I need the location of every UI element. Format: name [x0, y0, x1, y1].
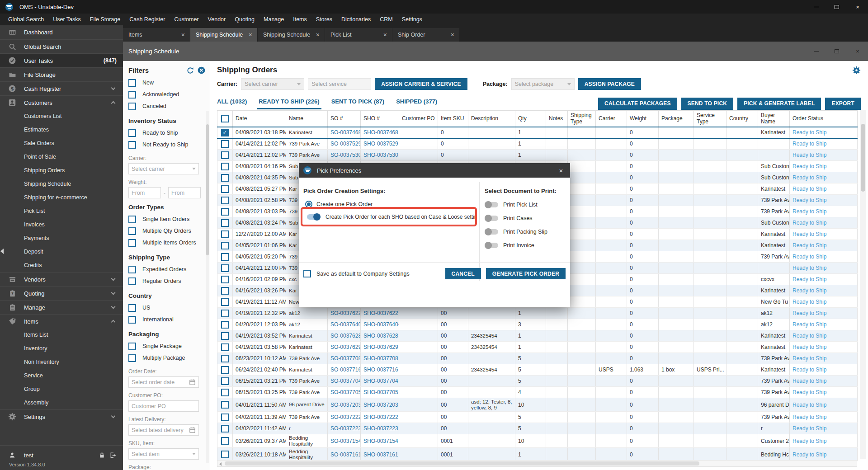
cell-sho[interactable]: SHO-0037628 [361, 330, 399, 342]
cell-status[interactable]: Ready to Ship [790, 308, 858, 319]
order-status-link[interactable]: Ready to Ship [793, 152, 826, 158]
maximize-button[interactable] [826, 0, 847, 14]
service-select[interactable]: Select service [308, 78, 371, 90]
toggle-off-icon[interactable] [485, 202, 498, 207]
order-status-link[interactable]: Ready to Ship [793, 208, 826, 215]
order-status-link[interactable]: Ready to Ship [793, 174, 826, 181]
sidebar-item-settings[interactable]: Settings [0, 409, 123, 423]
order-link[interactable]: SHO-0037629 [363, 344, 398, 350]
order-status-link[interactable]: Ready to Ship [793, 402, 826, 408]
order-status-link[interactable]: Ready to Ship [793, 129, 826, 136]
filter-date-select-order-date[interactable]: Select order date [128, 376, 199, 388]
order-link[interactable]: SHO-0037705 [363, 389, 398, 395]
cell-check[interactable] [217, 229, 233, 240]
sidebar-subitem-point-of-sale[interactable]: Point of Sale [0, 150, 123, 164]
checkbox-icon[interactable] [128, 227, 136, 235]
sidebar-item-items[interactable]: Items [0, 314, 123, 328]
order-status-link[interactable]: Ready to Ship [793, 163, 826, 169]
row-checkbox[interactable] [221, 425, 229, 432]
print-option-print-invoice[interactable]: Print Invoice [485, 242, 570, 249]
filter-checkbox-single-package[interactable]: Single Package [128, 340, 204, 352]
tab-pick-list-3[interactable]: Pick List× [325, 28, 392, 42]
cell-status[interactable]: Ready to Ship [790, 376, 858, 387]
inner-minimize-button[interactable] [806, 42, 826, 61]
user-row[interactable]: test [0, 449, 123, 461]
col-header-package[interactable]: Package [659, 111, 694, 127]
cell-status[interactable]: Ready to Ship [790, 364, 858, 376]
filter-checkbox-new[interactable]: New [128, 77, 204, 89]
order-status-link[interactable]: Ready to Ship [793, 220, 826, 226]
filter-checkbox-expedited-orders[interactable]: Expedited Orders [128, 263, 204, 275]
cell-status[interactable]: Ready to Ship [790, 296, 858, 308]
action-button-export[interactable]: EXPORT [825, 98, 861, 110]
action-button-calculate-packages[interactable]: CALCULATE PACKAGES [598, 98, 677, 110]
cell-status[interactable]: Ready to Ship [790, 229, 858, 240]
order-link[interactable]: SHO-0037223 [363, 425, 398, 432]
cell-status[interactable]: Ready to Ship [790, 217, 858, 229]
sidebar-subitem-deposit[interactable]: Deposit [0, 245, 123, 258]
cell-status[interactable]: Ready to Ship [790, 434, 858, 448]
order-link[interactable]: SO-0037154 [330, 438, 361, 444]
order-link[interactable]: SHO-0037640-1 [363, 321, 399, 328]
order-link[interactable]: SO-0037203 [330, 402, 361, 408]
cell-status[interactable]: Ready to Ship [790, 342, 858, 353]
cell-so[interactable]: SO-0037529 [328, 138, 361, 150]
sidebar-subitem-shipping-schedule[interactable]: Shipping Schedule [0, 177, 123, 191]
dialog-close-icon[interactable]: × [552, 167, 570, 174]
toggle-off-icon[interactable] [485, 216, 498, 221]
filter-checkbox-international[interactable]: International [128, 314, 204, 325]
filter-checkbox-regular-orders[interactable]: Regular Orders [128, 275, 204, 287]
sidebar-item-customers[interactable]: Customers [0, 95, 123, 109]
settings-gear-icon[interactable] [852, 66, 861, 75]
checkbox-icon[interactable] [128, 103, 136, 110]
order-link[interactable]: SHO-0037203 [363, 402, 398, 408]
cell-sho[interactable]: SHO-0037161 [361, 448, 399, 461]
order-link[interactable]: SO-0037629 [330, 344, 361, 350]
cell-status[interactable]: Ready to Ship [790, 195, 858, 206]
col-header-carrier[interactable]: Carrier [596, 111, 627, 127]
checkbox-icon[interactable] [128, 239, 136, 247]
cell-sho[interactable]: SHO-0037622 [361, 308, 399, 319]
menu-item-cash-register[interactable]: Cash Register [125, 16, 170, 23]
cell-check[interactable] [217, 398, 233, 412]
order-status-link[interactable]: Ready to Ship [793, 438, 826, 444]
order-status-link[interactable]: Ready to Ship [793, 367, 826, 373]
cell-check[interactable] [217, 296, 233, 308]
checkbox-icon[interactable] [128, 354, 136, 362]
row-checkbox[interactable] [221, 230, 229, 238]
cell-check[interactable] [217, 263, 233, 274]
cell-status[interactable]: Ready to Ship [790, 172, 858, 183]
order-link[interactable]: SO-0037705 [330, 389, 361, 395]
filter-checkbox-multiple-qty-orders[interactable]: Multiple Qty Orders [128, 225, 204, 237]
cell-check[interactable] [217, 412, 233, 423]
order-link[interactable]: SHO-0037529 [363, 141, 398, 147]
row-checkbox[interactable] [221, 414, 229, 421]
col-header-qty[interactable]: Qty [515, 111, 546, 127]
sidebar-subitem-payments[interactable]: Payments [0, 231, 123, 245]
sidebar-subitem-service[interactable]: Service [0, 369, 123, 382]
checkbox-icon[interactable] [128, 79, 136, 87]
table-horizontal-scrollbar[interactable] [217, 460, 857, 467]
order-link[interactable]: SHO-0037622 [363, 310, 398, 316]
action-button-send-to-pick[interactable]: SEND TO PICK [681, 98, 734, 110]
filter-checkbox-canceled[interactable]: Canceled [128, 100, 204, 112]
row-checkbox[interactable] [221, 163, 229, 170]
cell-sho[interactable]: SHO-0037716 [361, 364, 399, 376]
cell-check[interactable] [217, 172, 233, 183]
cell-check[interactable] [217, 274, 233, 285]
cell-check[interactable] [217, 434, 233, 448]
assign-package-button[interactable]: ASSIGN PACKAGE [578, 78, 641, 90]
tab-close-icon[interactable]: × [247, 31, 254, 38]
sidebar-item-dashboard[interactable]: Dashboard [0, 25, 123, 39]
order-link[interactable]: SO-0037468 [330, 129, 361, 136]
cell-check[interactable] [217, 285, 233, 296]
order-link[interactable]: SHO-0037530 [363, 152, 398, 158]
row-checkbox[interactable] [221, 197, 229, 204]
order-link[interactable]: SO-0037716 [330, 367, 361, 373]
generate-pick-order-button[interactable]: GENERATE PICK ORDER [486, 268, 566, 279]
col-header-description[interactable]: Description [468, 111, 515, 127]
cell-status[interactable]: Ready to Ship [790, 412, 858, 423]
cell-so[interactable]: SO-0037622 [328, 308, 361, 319]
action-button-pick-generate-label[interactable]: PICK & GENERATE LABEL [737, 98, 821, 110]
filter-select-select-item[interactable]: Select item [128, 448, 199, 460]
